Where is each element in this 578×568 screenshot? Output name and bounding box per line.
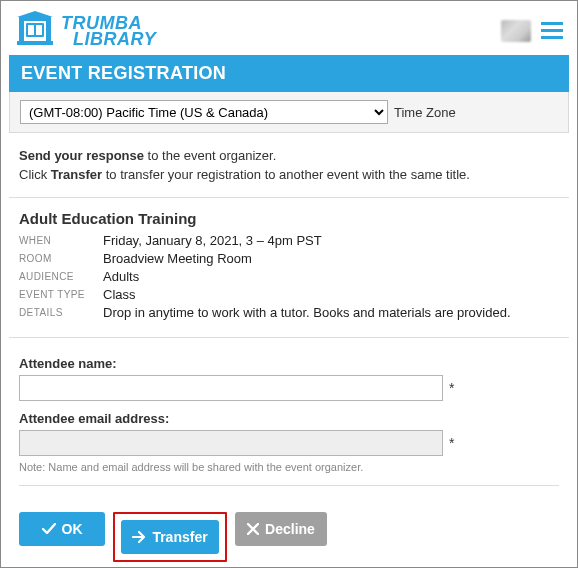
event-row-when: WHEN Friday, January 8, 2021, 3 – 4pm PS… [19,233,559,248]
transfer-highlight: Transfer [113,512,227,562]
ok-button[interactable]: OK [19,512,105,546]
form-note: Note: Name and email address will be sha… [19,461,559,473]
timezone-label: Time Zone [394,105,456,120]
attendee-email-input[interactable] [19,430,443,456]
event-row-eventtype: EVENT TYPE Class [19,287,559,302]
event-title: Adult Education Training [19,210,559,227]
close-icon [247,523,259,535]
library-icon [15,11,55,52]
name-label: Attendee name: [19,356,559,371]
event-row-details: DETAILS Drop in anytime to work with a t… [19,305,559,320]
button-row: OK Transfer Decline [9,494,569,568]
timezone-select[interactable]: (GMT-08:00) Pacific Time (US & Canada) [20,100,388,124]
event-row-room: ROOM Broadview Meeting Room [19,251,559,266]
required-mark: * [449,435,454,451]
arrow-right-icon [132,531,146,543]
svg-rect-9 [541,29,563,32]
brand-line-2: LIBRARY [61,31,156,47]
timezone-row: (GMT-08:00) Pacific Time (US & Canada) T… [9,92,569,133]
top-bar: TRUMBA LIBRARY [9,7,569,55]
avatar[interactable] [501,20,531,42]
instructions-bold-2: Transfer [51,167,102,182]
instructions-bold-1: Send your response [19,148,144,163]
required-mark: * [449,380,454,396]
svg-rect-2 [19,21,24,41]
instructions: Send your response to the event organize… [9,133,569,198]
event-details: Adult Education Training WHEN Friday, Ja… [9,198,569,338]
brand-logo[interactable]: TRUMBA LIBRARY [15,11,156,52]
event-row-audience: AUDIENCE Adults [19,269,559,284]
svg-rect-3 [46,21,51,41]
page-title: EVENT REGISTRATION [9,55,569,92]
svg-rect-0 [19,17,51,21]
svg-rect-7 [36,25,42,35]
email-label: Attendee email address: [19,411,559,426]
svg-rect-10 [541,36,563,39]
attendee-name-input[interactable] [19,375,443,401]
svg-rect-6 [28,25,34,35]
svg-rect-8 [541,22,563,25]
check-icon [42,523,56,535]
svg-marker-1 [17,11,53,17]
decline-button[interactable]: Decline [235,512,327,546]
transfer-button[interactable]: Transfer [121,520,219,554]
divider [19,485,559,486]
attendee-form: Attendee name: * Attendee email address:… [9,338,569,494]
svg-rect-4 [17,41,53,45]
menu-icon[interactable] [541,22,563,40]
